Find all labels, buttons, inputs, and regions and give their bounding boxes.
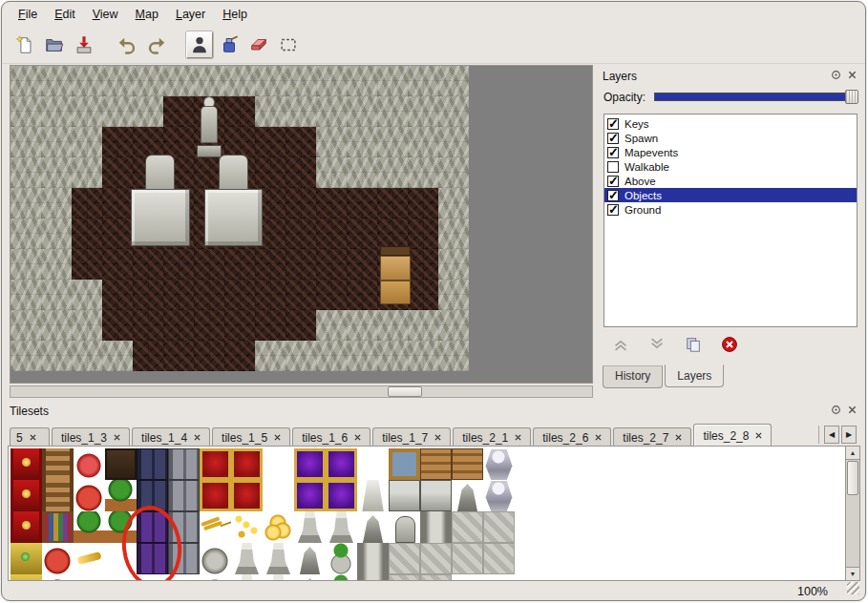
close-panel-button[interactable] <box>845 71 858 83</box>
tileset-tile-throne-purple[interactable] <box>294 480 326 511</box>
menu-item-edit[interactable]: Edit <box>46 5 84 24</box>
layer-raise-button[interactable] <box>610 336 631 357</box>
tileset-tab-tiles_1_3[interactable]: tiles_1_3 <box>52 427 130 447</box>
opacity-slider-track[interactable] <box>654 93 857 101</box>
close-tab-icon[interactable] <box>30 434 36 441</box>
tileset-tab-tiles_2_1[interactable]: tiles_2_1 <box>453 427 531 447</box>
tileset-tile-throne-purple[interactable] <box>294 448 326 480</box>
undo-button[interactable] <box>114 31 140 58</box>
eraser-button[interactable] <box>245 31 272 58</box>
tileset-tile-gargoyle[interactable] <box>294 543 326 574</box>
menu-item-file[interactable]: File <box>10 5 46 24</box>
scroll-down-button[interactable]: ▼ <box>846 567 859 580</box>
tileset-tile-pillar[interactable] <box>357 543 389 574</box>
layer-row-spawn[interactable]: Spawn <box>604 131 857 145</box>
tileset-tile-white[interactable] <box>483 574 515 581</box>
tileset-tile-bench[interactable] <box>452 448 483 480</box>
layer-visibility-checkbox[interactable] <box>607 204 619 216</box>
tileset-tile-stone[interactable] <box>452 511 483 543</box>
tileset-tile-door-gray[interactable] <box>168 448 200 480</box>
tileset-tile-statue[interactable] <box>263 574 294 581</box>
tileset-tile-white[interactable] <box>452 574 483 581</box>
tileset-tile-bench[interactable] <box>420 448 452 480</box>
tileset-tile-door-gray[interactable] <box>168 480 200 511</box>
tileset-tile-throne-red[interactable] <box>200 448 231 480</box>
menu-item-layer[interactable]: Layer <box>167 5 214 24</box>
layer-row-above[interactable]: Above <box>604 174 857 188</box>
tileset-tile-gargoyle[interactable] <box>452 480 483 511</box>
tileset-tile-statue[interactable] <box>326 511 357 543</box>
tileset-tile-pillar[interactable] <box>357 574 389 581</box>
tileset-tile-rock[interactable] <box>200 574 231 581</box>
tileset-tab-tiles_1_6[interactable]: tiles_1_6 <box>292 427 370 447</box>
tileset-tile-stone[interactable] <box>452 543 483 574</box>
menu-item-view[interactable]: View <box>84 5 127 24</box>
tileset-tile-pot-red[interactable] <box>42 543 74 574</box>
layer-row-objects[interactable]: Objects <box>604 188 857 202</box>
tileset-tile-statue[interactable] <box>263 543 294 574</box>
tileset-tile-white[interactable] <box>263 480 294 511</box>
close-tab-icon[interactable] <box>515 434 521 441</box>
tileset-tile-banner-red[interactable] <box>11 448 42 480</box>
tileset-tile-pot-red[interactable] <box>74 480 105 511</box>
tileset-tile-coffin[interactable] <box>389 480 420 511</box>
tileset-tile-banner-red[interactable] <box>11 480 42 511</box>
tileset-tile-stone[interactable] <box>389 574 420 581</box>
tileset-tile-coffin[interactable] <box>420 480 452 511</box>
tileset-tile-cabinet-dark[interactable] <box>105 448 137 480</box>
scroll-tabs-left-button[interactable]: ◀ <box>824 426 839 444</box>
menu-item-map[interactable]: Map <box>127 5 167 24</box>
tileset-tile-vase[interactable] <box>326 543 357 574</box>
tab-layers[interactable]: Layers <box>665 364 724 387</box>
stamp-button[interactable] <box>186 31 213 58</box>
save-button[interactable] <box>71 31 97 58</box>
map-hscroll-thumb[interactable] <box>388 386 422 397</box>
tileset-tile-horn[interactable] <box>74 574 105 581</box>
scroll-tabs-right-button[interactable]: ▶ <box>841 426 857 444</box>
tileset-tile-white[interactable] <box>357 448 389 480</box>
tileset-tile-armor[interactable] <box>483 448 515 480</box>
tileset-tile-statue[interactable] <box>231 574 263 581</box>
layer-row-mapevents[interactable]: Mapevents <box>604 145 857 159</box>
tileset-vertical-scrollbar[interactable]: ▲ ▼ <box>845 447 859 580</box>
tileset-tile-white[interactable] <box>263 448 294 480</box>
close-tab-icon[interactable] <box>194 434 201 441</box>
tileset-tile-throne-red[interactable] <box>231 480 263 511</box>
tileset-tile-banner-gold[interactable] <box>11 543 42 574</box>
scroll-up-button[interactable]: ▲ <box>846 447 859 460</box>
tileset-tile-loom[interactable] <box>42 480 74 511</box>
tileset-tile-stone[interactable] <box>483 511 515 543</box>
tileset-tile-horn[interactable] <box>74 543 105 574</box>
close-tab-icon[interactable] <box>755 432 762 439</box>
tileset-tile-throne-red[interactable] <box>200 480 231 511</box>
layer-visibility-checkbox[interactable] <box>607 147 619 158</box>
layer-delete-button[interactable] <box>719 336 740 357</box>
layer-row-ground[interactable]: Ground <box>604 202 857 217</box>
opacity-slider-handle[interactable] <box>845 90 858 104</box>
close-tab-icon[interactable] <box>274 434 281 441</box>
close-tab-icon[interactable] <box>354 434 361 441</box>
tileset-tile-plant[interactable] <box>105 480 137 511</box>
tileset-tile-key[interactable] <box>200 511 231 543</box>
tileset-tab-tiles_1_5[interactable]: tiles_1_5 <box>212 427 290 447</box>
tileset-tab-tiles_1_4[interactable]: tiles_1_4 <box>132 427 210 447</box>
opacity-slider[interactable] <box>654 90 857 104</box>
tileset-tile-frame[interactable] <box>389 448 420 480</box>
tileset-tile-gargoyle[interactable] <box>294 574 326 581</box>
close-tab-icon[interactable] <box>675 434 682 441</box>
layer-visibility-checkbox[interactable] <box>607 161 619 173</box>
new-button[interactable] <box>11 31 38 58</box>
float-panel-button[interactable] <box>829 405 842 418</box>
tileset-tile-obelisk[interactable] <box>357 480 389 511</box>
layer-row-keys[interactable]: Keys <box>604 116 857 131</box>
redo-button[interactable] <box>143 31 170 58</box>
map-horizontal-scrollbar[interactable] <box>10 385 593 398</box>
close-tab-icon[interactable] <box>114 434 120 441</box>
layer-visibility-checkbox[interactable] <box>607 176 619 187</box>
tileset-tile-gold[interactable] <box>263 511 294 543</box>
tileset-tab-tiles_1_7[interactable]: tiles_1_7 <box>372 427 451 447</box>
tileset-tile-armor[interactable] <box>483 480 515 511</box>
tileset-tile-pillar[interactable] <box>420 511 452 543</box>
layer-lower-button[interactable] <box>646 336 667 357</box>
open-button[interactable] <box>41 31 68 58</box>
